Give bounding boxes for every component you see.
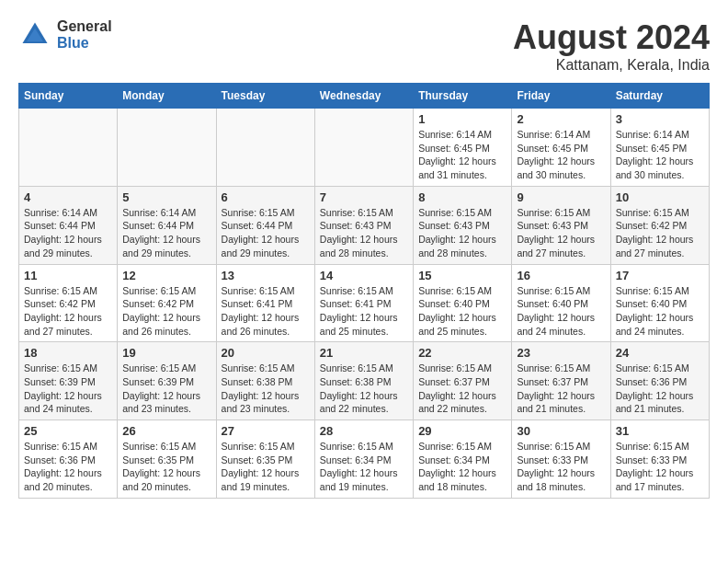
calendar-cell: 6Sunrise: 6:15 AM Sunset: 6:44 PM Daylig… — [216, 186, 314, 264]
page-title: August 2024 — [513, 18, 710, 57]
calendar-cell: 18Sunrise: 6:15 AM Sunset: 6:39 PM Dayli… — [19, 342, 118, 420]
calendar-cell: 14Sunrise: 6:15 AM Sunset: 6:41 PM Dayli… — [314, 264, 413, 342]
day-number: 3 — [616, 112, 704, 126]
week-row-0: 1Sunrise: 6:14 AM Sunset: 6:45 PM Daylig… — [19, 109, 710, 187]
calendar-cell: 15Sunrise: 6:15 AM Sunset: 6:40 PM Dayli… — [414, 264, 512, 342]
day-info: Sunrise: 6:15 AM Sunset: 6:37 PM Dayligh… — [517, 362, 605, 416]
day-info: Sunrise: 6:14 AM Sunset: 6:45 PM Dayligh… — [517, 128, 605, 182]
day-info: Sunrise: 6:14 AM Sunset: 6:44 PM Dayligh… — [122, 206, 210, 260]
calendar-cell: 27Sunrise: 6:15 AM Sunset: 6:35 PM Dayli… — [216, 420, 314, 499]
day-number: 30 — [517, 424, 605, 438]
day-info: Sunrise: 6:14 AM Sunset: 6:45 PM Dayligh… — [418, 128, 506, 182]
day-number: 15 — [418, 269, 506, 282]
calendar-cell: 24Sunrise: 6:15 AM Sunset: 6:36 PM Dayli… — [610, 342, 709, 420]
day-info: Sunrise: 6:15 AM Sunset: 6:41 PM Dayligh… — [320, 284, 408, 339]
day-info: Sunrise: 6:15 AM Sunset: 6:39 PM Dayligh… — [24, 362, 112, 416]
logo-blue: Blue — [57, 35, 112, 52]
day-info: Sunrise: 6:15 AM Sunset: 6:33 PM Dayligh… — [517, 440, 605, 494]
day-info: Sunrise: 6:15 AM Sunset: 6:42 PM Dayligh… — [616, 206, 704, 260]
calendar-cell: 10Sunrise: 6:15 AM Sunset: 6:42 PM Dayli… — [610, 186, 709, 264]
day-info: Sunrise: 6:15 AM Sunset: 6:43 PM Dayligh… — [517, 206, 605, 260]
calendar-cell: 12Sunrise: 6:15 AM Sunset: 6:42 PM Dayli… — [118, 264, 216, 342]
day-number: 22 — [418, 346, 506, 360]
calendar-cell: 19Sunrise: 6:15 AM Sunset: 6:39 PM Dayli… — [118, 342, 216, 420]
calendar-body: 1Sunrise: 6:14 AM Sunset: 6:45 PM Daylig… — [19, 109, 710, 499]
day-info: Sunrise: 6:15 AM Sunset: 6:38 PM Dayligh… — [320, 362, 408, 416]
day-info: Sunrise: 6:15 AM Sunset: 6:37 PM Dayligh… — [418, 362, 506, 416]
page-subtitle: Kattanam, Kerala, India — [513, 57, 710, 74]
calendar-table: SundayMondayTuesdayWednesdayThursdayFrid… — [18, 83, 710, 499]
week-row-1: 4Sunrise: 6:14 AM Sunset: 6:44 PM Daylig… — [19, 186, 710, 264]
calendar-cell: 5Sunrise: 6:14 AM Sunset: 6:44 PM Daylig… — [118, 186, 216, 264]
day-info: Sunrise: 6:15 AM Sunset: 6:40 PM Dayligh… — [418, 284, 506, 339]
calendar-cell: 13Sunrise: 6:15 AM Sunset: 6:41 PM Dayli… — [216, 264, 314, 342]
header-saturday: Saturday — [610, 84, 709, 109]
header-thursday: Thursday — [414, 84, 512, 109]
day-number: 13 — [222, 269, 310, 282]
header-sunday: Sunday — [19, 84, 118, 109]
calendar-cell: 29Sunrise: 6:15 AM Sunset: 6:34 PM Dayli… — [414, 420, 512, 499]
day-number: 26 — [122, 424, 210, 438]
day-info: Sunrise: 6:15 AM Sunset: 6:39 PM Dayligh… — [122, 362, 210, 416]
day-number: 29 — [418, 424, 506, 438]
day-number: 31 — [616, 424, 704, 438]
header-tuesday: Tuesday — [216, 84, 314, 109]
logo-text: General Blue — [57, 18, 112, 51]
calendar-cell — [19, 109, 118, 187]
logo: General Blue — [18, 18, 112, 52]
calendar-cell: 22Sunrise: 6:15 AM Sunset: 6:37 PM Dayli… — [414, 342, 512, 420]
calendar-cell: 21Sunrise: 6:15 AM Sunset: 6:38 PM Dayli… — [314, 342, 413, 420]
day-info: Sunrise: 6:15 AM Sunset: 6:44 PM Dayligh… — [222, 206, 310, 260]
calendar-cell: 4Sunrise: 6:14 AM Sunset: 6:44 PM Daylig… — [19, 186, 118, 264]
calendar-cell: 25Sunrise: 6:15 AM Sunset: 6:36 PM Dayli… — [19, 420, 118, 499]
calendar-cell: 30Sunrise: 6:15 AM Sunset: 6:33 PM Dayli… — [512, 420, 610, 499]
calendar-cell — [118, 109, 216, 187]
calendar-cell: 16Sunrise: 6:15 AM Sunset: 6:40 PM Dayli… — [512, 264, 610, 342]
day-info: Sunrise: 6:15 AM Sunset: 6:40 PM Dayligh… — [517, 284, 605, 339]
day-number: 8 — [418, 190, 506, 204]
calendar-cell: 2Sunrise: 6:14 AM Sunset: 6:45 PM Daylig… — [512, 109, 610, 187]
header-row: SundayMondayTuesdayWednesdayThursdayFrid… — [19, 84, 710, 109]
day-number: 19 — [122, 346, 210, 360]
calendar-cell: 20Sunrise: 6:15 AM Sunset: 6:38 PM Dayli… — [216, 342, 314, 420]
calendar-cell: 23Sunrise: 6:15 AM Sunset: 6:37 PM Dayli… — [512, 342, 610, 420]
day-number: 21 — [320, 346, 408, 360]
calendar-cell: 28Sunrise: 6:15 AM Sunset: 6:34 PM Dayli… — [314, 420, 413, 499]
header-friday: Friday — [512, 84, 610, 109]
day-number: 27 — [222, 424, 310, 438]
logo-icon — [18, 18, 51, 52]
day-info: Sunrise: 6:15 AM Sunset: 6:42 PM Dayligh… — [122, 284, 210, 339]
calendar-cell: 17Sunrise: 6:15 AM Sunset: 6:40 PM Dayli… — [610, 264, 709, 342]
day-info: Sunrise: 6:15 AM Sunset: 6:36 PM Dayligh… — [24, 440, 112, 494]
day-info: Sunrise: 6:15 AM Sunset: 6:33 PM Dayligh… — [616, 440, 704, 494]
calendar-cell: 7Sunrise: 6:15 AM Sunset: 6:43 PM Daylig… — [314, 186, 413, 264]
day-number: 24 — [616, 346, 704, 360]
calendar-cell: 26Sunrise: 6:15 AM Sunset: 6:35 PM Dayli… — [118, 420, 216, 499]
day-number: 6 — [222, 190, 310, 204]
day-info: Sunrise: 6:15 AM Sunset: 6:43 PM Dayligh… — [320, 206, 408, 260]
day-number: 18 — [24, 346, 112, 360]
calendar-header: SundayMondayTuesdayWednesdayThursdayFrid… — [19, 84, 710, 109]
calendar-cell — [314, 109, 413, 187]
day-number: 25 — [24, 424, 112, 438]
week-row-3: 18Sunrise: 6:15 AM Sunset: 6:39 PM Dayli… — [19, 342, 710, 420]
day-info: Sunrise: 6:14 AM Sunset: 6:45 PM Dayligh… — [616, 128, 704, 182]
day-info: Sunrise: 6:15 AM Sunset: 6:41 PM Dayligh… — [222, 284, 310, 339]
calendar-cell: 3Sunrise: 6:14 AM Sunset: 6:45 PM Daylig… — [610, 109, 709, 187]
day-info: Sunrise: 6:15 AM Sunset: 6:34 PM Dayligh… — [320, 440, 408, 494]
page-header: General Blue August 2024 Kattanam, Keral… — [18, 18, 710, 74]
day-info: Sunrise: 6:15 AM Sunset: 6:42 PM Dayligh… — [24, 284, 112, 339]
calendar-cell: 8Sunrise: 6:15 AM Sunset: 6:43 PM Daylig… — [414, 186, 512, 264]
day-number: 2 — [517, 112, 605, 126]
week-row-2: 11Sunrise: 6:15 AM Sunset: 6:42 PM Dayli… — [19, 264, 710, 342]
day-info: Sunrise: 6:14 AM Sunset: 6:44 PM Dayligh… — [24, 206, 112, 260]
day-number: 20 — [222, 346, 310, 360]
calendar-cell: 11Sunrise: 6:15 AM Sunset: 6:42 PM Dayli… — [19, 264, 118, 342]
header-wednesday: Wednesday — [314, 84, 413, 109]
day-info: Sunrise: 6:15 AM Sunset: 6:36 PM Dayligh… — [616, 362, 704, 416]
day-number: 28 — [320, 424, 408, 438]
calendar-cell: 1Sunrise: 6:14 AM Sunset: 6:45 PM Daylig… — [414, 109, 512, 187]
calendar-cell: 31Sunrise: 6:15 AM Sunset: 6:33 PM Dayli… — [610, 420, 709, 499]
day-info: Sunrise: 6:15 AM Sunset: 6:35 PM Dayligh… — [122, 440, 210, 494]
day-number: 17 — [616, 269, 704, 282]
